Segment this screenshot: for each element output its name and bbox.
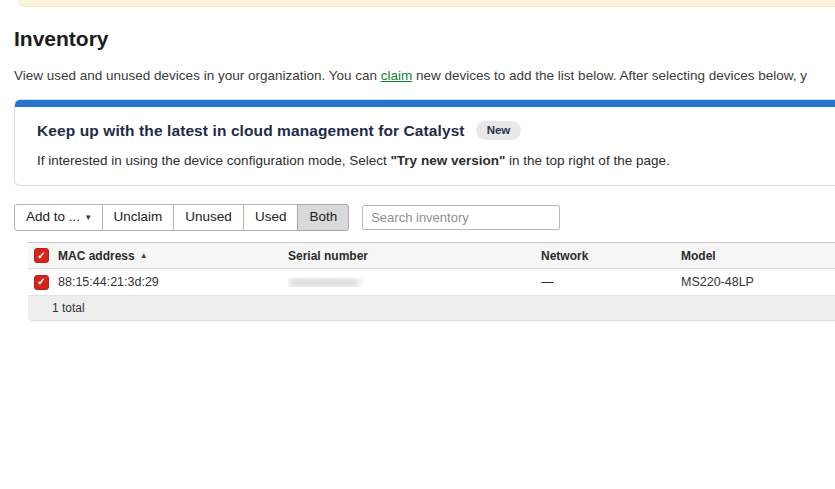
unclaim-button[interactable]: Unclaim <box>102 204 175 231</box>
top-alert-remnant <box>18 0 835 7</box>
banner-accent-bar <box>15 100 835 107</box>
filter-used-button[interactable]: Used <box>243 204 299 231</box>
new-badge: New <box>476 121 522 140</box>
inventory-page: Inventory View used and unused devices i… <box>0 27 835 321</box>
column-header-mac-address[interactable]: MAC address ▲ <box>58 249 148 263</box>
add-to-label: Add to ... <box>26 209 80 225</box>
banner-body: Keep up with the latest in cloud managem… <box>15 107 835 185</box>
filter-unused-button[interactable]: Unused <box>173 204 244 231</box>
serial-number-redacted <box>288 278 360 287</box>
row-checkbox[interactable]: ✓ <box>34 275 49 290</box>
intro-text-before: View used and unused devices in your org… <box>14 68 381 83</box>
table-row[interactable]: ✓ 88:15:44:21:3d:29 — MS220-48LP <box>28 269 835 296</box>
check-icon: ✓ <box>37 251 45 261</box>
banner-title: Keep up with the latest in cloud managem… <box>37 122 465 140</box>
add-to-dropdown-button[interactable]: Add to ... ▾ <box>14 204 103 231</box>
search-input[interactable] <box>362 205 560 230</box>
model-cell: MS220-48LP <box>681 275 835 289</box>
banner-text-before: If interested in using the device config… <box>37 153 390 168</box>
table-footer: 1 total <box>28 296 835 321</box>
column-header-serial-number[interactable]: Serial number <box>288 249 541 263</box>
total-count: 1 total <box>52 301 85 315</box>
inventory-table: ✓ MAC address ▲ Serial number Network Mo… <box>28 242 835 321</box>
intro-text-after: new devices to add the list below. After… <box>412 68 807 83</box>
network-cell: — <box>541 275 681 289</box>
filter-button-group: Add to ... ▾ Unclaim Unused Used Both <box>14 204 349 231</box>
page-title: Inventory <box>14 27 835 51</box>
column-header-model[interactable]: Model <box>681 249 835 263</box>
intro-text: View used and unused devices in your org… <box>14 68 835 83</box>
catalyst-banner: Keep up with the latest in cloud managem… <box>14 99 835 186</box>
caret-down-icon: ▾ <box>86 213 91 222</box>
sort-ascending-icon: ▲ <box>140 251 148 260</box>
check-icon: ✓ <box>37 277 45 287</box>
banner-text-after: in the top right of the page. <box>505 153 669 168</box>
serial-number-cell <box>288 278 541 287</box>
banner-text: If interested in using the device config… <box>37 153 813 168</box>
mac-address-cell: 88:15:44:21:3d:29 <box>58 275 288 289</box>
table-header-row: ✓ MAC address ▲ Serial number Network Mo… <box>28 242 835 269</box>
claim-link[interactable]: claim <box>381 68 413 83</box>
banner-text-bold: "Try new version" <box>390 153 505 168</box>
filter-both-button[interactable]: Both <box>297 204 349 231</box>
inventory-toolbar: Add to ... ▾ Unclaim Unused Used Both <box>14 204 835 231</box>
select-all-checkbox[interactable]: ✓ <box>34 248 49 263</box>
column-header-network[interactable]: Network <box>541 249 681 263</box>
